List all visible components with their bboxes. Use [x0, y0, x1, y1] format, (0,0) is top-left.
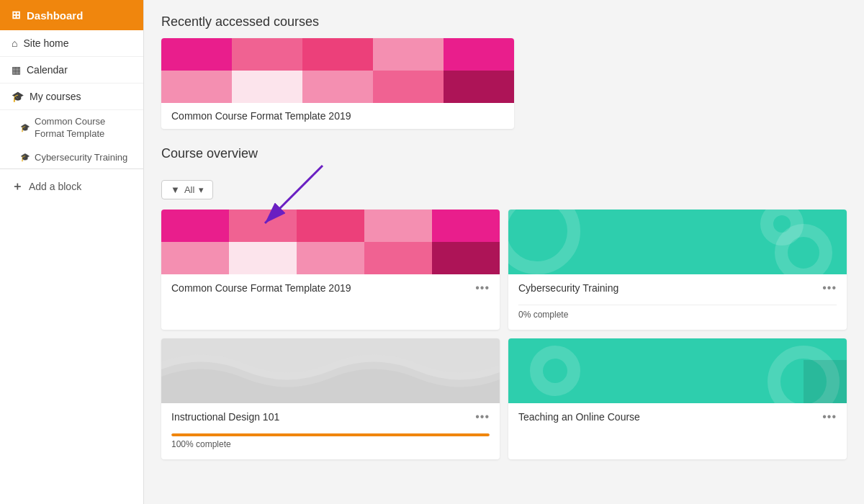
filter-icon: ▼ [171, 184, 180, 195]
recently-accessed-title: Recently accessed courses [161, 14, 847, 30]
mosaic-cell [302, 38, 373, 71]
course-overview-section: Course overview ▼ All ▾ [161, 146, 847, 459]
mosaic-cell [161, 71, 232, 103]
dashboard-icon: ⊞ [12, 9, 21, 22]
sidebar-item-my-courses[interactable]: 🎓 My courses [0, 84, 143, 110]
course-card-image-teal2 [508, 338, 847, 403]
graduation-sub-icon2: 🎓 [20, 153, 30, 162]
course-card-common-course[interactable]: Common Course Format Template 2019 ••• [161, 210, 500, 330]
plus-icon: ＋ [12, 179, 23, 194]
progress-bar-bg [171, 433, 490, 436]
recently-accessed-section: Recently accessed courses Common Course … [161, 14, 847, 129]
course-card-image-gray [161, 338, 500, 403]
mosaic-cell [373, 38, 444, 71]
mosaic-cell [302, 71, 373, 103]
sidebar-item-label: My courses [30, 91, 81, 102]
more-options-button[interactable]: ••• [475, 282, 490, 294]
dashboard-item[interactable]: ⊞ Dashboard [0, 0, 143, 30]
sidebar-item-label: Site home [23, 37, 68, 49]
dashboard-label: Dashboard [27, 9, 83, 22]
sidebar-item-calendar[interactable]: ▦ Calendar [0, 57, 143, 84]
more-options-button[interactable]: ••• [475, 410, 490, 423]
sidebar-item-label: Calendar [27, 64, 68, 76]
mosaic-cell [232, 38, 302, 71]
more-options-button[interactable]: ••• [822, 410, 837, 423]
sidebar-item-cybersecurity[interactable]: 🎓 Cybersecurity Training [0, 146, 143, 168]
chevron-down-icon: ▾ [199, 184, 204, 195]
mosaic-cell [444, 71, 514, 103]
course-grid: Common Course Format Template 2019 ••• C… [161, 210, 847, 459]
course-card-instructional-design[interactable]: Instructional Design 101 ••• 100% comple… [161, 338, 500, 459]
course-card-label: Teaching an Online Course [518, 411, 640, 423]
course-card-footer: Instructional Design 101 ••• [161, 403, 500, 431]
mosaic-cell [373, 71, 444, 103]
mosaic-cell [444, 38, 514, 71]
filter-button[interactable]: ▼ All ▾ [161, 180, 213, 199]
course-card-footer: Teaching an Online Course ••• [508, 403, 847, 431]
graduation-sub-icon: 🎓 [20, 123, 30, 132]
sidebar-sub-label2: Cybersecurity Training [35, 152, 127, 163]
mosaic-cell [161, 38, 232, 71]
sidebar-divider [0, 168, 143, 169]
graduation-icon: 🎓 [12, 91, 24, 102]
sidebar: ⊞ Dashboard ⌂ Site home ▦ Calendar 🎓 My … [0, 0, 144, 504]
course-card-footer: Common Course Format Template 2019 ••• [161, 274, 500, 302]
more-options-button[interactable]: ••• [822, 282, 837, 294]
progress-area: 0% complete [508, 302, 847, 330]
progress-text: 100% complete [171, 439, 490, 449]
sidebar-item-site-home[interactable]: ⌂ Site home [0, 30, 143, 57]
main-content: Recently accessed courses Common Course … [144, 0, 864, 504]
course-card-cybersecurity[interactable]: Cybersecurity Training ••• 0% complete [508, 210, 847, 330]
add-block-button[interactable]: ＋ Add a block [0, 172, 143, 202]
course-card-footer: Cybersecurity Training ••• [508, 274, 847, 302]
course-overview-header: Course overview [161, 146, 847, 170]
progress-bar-fill [171, 433, 490, 436]
recently-card-image [161, 38, 514, 103]
course-card-image-teal [508, 210, 847, 274]
course-card-label: Cybersecurity Training [518, 282, 618, 294]
sidebar-item-common-course[interactable]: 🎓 Common Course Format Template [0, 110, 143, 146]
progress-divider [518, 305, 837, 305]
home-icon: ⌂ [12, 37, 17, 49]
recently-card-label: Common Course Format Template 2019 [161, 103, 514, 129]
progress-text: 0% complete [518, 310, 837, 320]
course-card-teaching-online[interactable]: Teaching an Online Course ••• [508, 338, 847, 459]
filter-label: All [184, 184, 194, 195]
course-overview-title: Course overview [161, 146, 258, 161]
mosaic-cell [232, 71, 302, 103]
sidebar-sub-label: Common Course Format Template [35, 116, 132, 140]
recently-accessed-card[interactable]: Common Course Format Template 2019 [161, 38, 514, 129]
course-card-label: Common Course Format Template 2019 [171, 282, 351, 294]
course-card-image-pink [161, 210, 500, 274]
course-card-label: Instructional Design 101 [171, 411, 279, 423]
calendar-icon: ▦ [12, 64, 21, 76]
add-block-label: Add a block [29, 181, 81, 192]
progress-area: 100% complete [161, 431, 500, 459]
